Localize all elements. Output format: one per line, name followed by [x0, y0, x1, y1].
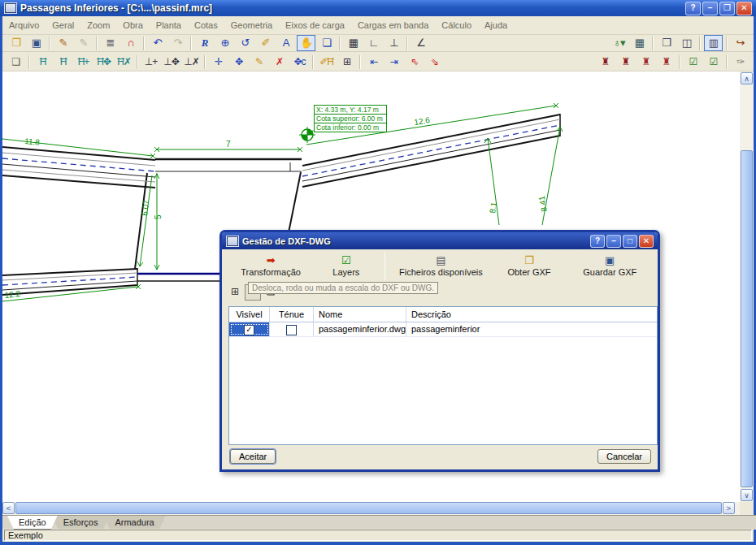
close-button[interactable]: ✕	[736, 2, 752, 15]
support-add-button[interactable]: ⊥+	[141, 54, 160, 70]
magnet-snap-button[interactable]: ∩	[121, 35, 140, 51]
menu-item-eixos-de-carga[interactable]: Eixos de carga	[279, 18, 351, 32]
load-case-3-button[interactable]: ♜	[637, 54, 655, 70]
view-3d-button[interactable]: ❑	[7, 54, 25, 70]
label-move-button[interactable]: ✥c	[290, 54, 309, 70]
minimize-button[interactable]: –	[702, 2, 718, 15]
tenue-checkbox-cell[interactable]	[270, 322, 314, 336]
menu-item-geral[interactable]: Geral	[46, 18, 80, 32]
cancel-button[interactable]: Cancelar	[597, 449, 651, 464]
scroll-left-button[interactable]: <	[2, 502, 15, 514]
section-delete-button[interactable]: Ħ✗	[115, 54, 133, 70]
dialog-minimize-button[interactable]: –	[606, 235, 621, 248]
table-row[interactable]: ✓passageminferior.dwgpassageminferior	[229, 322, 657, 337]
section-move-button[interactable]: Ħ✥	[94, 54, 113, 70]
menu-item-cargas-em-banda[interactable]: Cargas em banda	[351, 18, 435, 32]
redraw-button[interactable]: R	[195, 35, 214, 51]
get-gxf-button[interactable]: ❐ Obter GXF	[493, 253, 565, 277]
scroll-down-button[interactable]: ∨	[741, 489, 753, 501]
dialog-maximize-button[interactable]: □	[623, 235, 637, 248]
find-text-button[interactable]: A	[276, 35, 295, 51]
edit-resources-disabled-button[interactable]: ✎	[74, 35, 93, 51]
zoom-extents-button[interactable]: ⊕	[215, 35, 234, 51]
load-case-4-button[interactable]: ♜	[657, 54, 676, 70]
add-dxf-button[interactable]: ⊞	[227, 284, 243, 301]
menu-item-zoom[interactable]: Zoom	[80, 18, 116, 32]
tab-armadura[interactable]: Armadura	[103, 516, 165, 530]
dialog-close-button[interactable]: ✕	[639, 235, 654, 248]
menu-item-obra[interactable]: Obra	[116, 18, 149, 32]
transform-tab-button[interactable]: ➡ Transformação	[230, 253, 311, 277]
wizard-button[interactable]: ✑	[731, 54, 749, 70]
vertical-scroll-thumb[interactable]	[741, 150, 753, 487]
tab-esforcos[interactable]: Esforços	[52, 516, 110, 530]
zoom-window-button[interactable]: ❏	[317, 35, 336, 51]
toolbar-config-button[interactable]: ▥	[704, 35, 723, 51]
dialog-help-button[interactable]: ?	[590, 235, 605, 248]
print-button[interactable]: ❒	[657, 35, 676, 51]
section-end-button[interactable]: Ħ	[54, 54, 72, 70]
tab-edicao[interactable]: Edição	[7, 516, 58, 530]
point-add-button[interactable]: ✛	[209, 54, 228, 70]
section-start-button[interactable]: Ħ	[33, 54, 52, 70]
column-header-nome[interactable]: Nome	[314, 307, 406, 322]
help-button[interactable]: ?	[685, 2, 701, 15]
span-add-button[interactable]: ⊞	[337, 54, 356, 70]
save-file-button[interactable]: ▣	[27, 35, 46, 51]
calculator-button[interactable]: ▦	[630, 35, 649, 51]
visible-checkbox-cell[interactable]: ✓	[229, 322, 270, 336]
check-results-button[interactable]: ☑	[684, 54, 702, 70]
menu-item-calculo[interactable]: Cálculo	[435, 18, 478, 32]
pan-hand-button[interactable]: ✋	[297, 35, 315, 51]
align-bottom-button[interactable]: ⇘	[425, 54, 444, 70]
available-files-tab-button[interactable]: ▤ Ficheiros disponíveis	[389, 253, 493, 277]
align-right-button[interactable]: ⇥	[385, 54, 403, 70]
menu-item-ajuda[interactable]: Ajuda	[478, 18, 514, 32]
restore-button[interactable]: ❐	[719, 2, 735, 15]
window-detail-button[interactable]: ▦	[344, 35, 363, 51]
section-add-button[interactable]: Ħ+	[74, 54, 93, 70]
print-preview-button[interactable]: ◫	[677, 35, 696, 51]
accept-button[interactable]: Aceitar	[230, 449, 276, 464]
open-file-button[interactable]: ❐	[7, 35, 25, 51]
scroll-right-button[interactable]: >	[723, 502, 735, 514]
dimension-x-button[interactable]: ∟	[364, 35, 383, 51]
view-globe-button[interactable]: ♁▾	[610, 35, 628, 51]
undo-button[interactable]: ↶	[148, 35, 167, 51]
axes-config-button[interactable]: ∠	[411, 35, 430, 51]
tenue-checkbox[interactable]	[286, 325, 297, 335]
menu-item-planta[interactable]: Planta	[150, 18, 188, 32]
horizontal-scrollbar[interactable]: < >	[2, 502, 740, 515]
span-edit-button[interactable]: ✐Ħ	[317, 54, 336, 70]
load-case-2-button[interactable]: ♜	[616, 54, 635, 70]
exit-button[interactable]: ↪	[731, 35, 749, 51]
menu-item-geometria[interactable]: Geometria	[224, 18, 279, 32]
menu-item-arquivo[interactable]: Arquivo	[2, 18, 46, 32]
file-name-cell[interactable]: passageminferior.dwg	[314, 322, 406, 336]
dxf-templates-button[interactable]: ≣	[101, 35, 119, 51]
point-edit-button[interactable]: ✎	[250, 54, 268, 70]
point-delete-button[interactable]: ✗	[270, 54, 289, 70]
support-move-button[interactable]: ⊥✥	[162, 54, 180, 70]
menu-item-cotas[interactable]: Cotas	[188, 18, 224, 32]
point-move-button[interactable]: ✥	[229, 54, 248, 70]
layers-tab-button[interactable]: ☑ Layers	[311, 253, 380, 277]
redo-button[interactable]: ↷	[168, 35, 187, 51]
mark-zone-button[interactable]: ✐	[256, 35, 275, 51]
description-cell[interactable]: passageminferior	[406, 322, 657, 336]
zoom-previous-button[interactable]: ↺	[236, 35, 254, 51]
align-top-button[interactable]: ⇖	[405, 54, 424, 70]
horizontal-scroll-thumb[interactable]	[15, 502, 722, 514]
dimension-plain-button[interactable]: ⊥	[385, 35, 403, 51]
edit-resources-button[interactable]: ✎	[54, 35, 72, 51]
column-header-tenue[interactable]: Ténue	[270, 307, 314, 322]
column-header-visivel[interactable]: Visível	[229, 307, 270, 322]
load-case-1-button[interactable]: ♜	[596, 54, 615, 70]
scroll-up-button[interactable]: ∧	[741, 72, 753, 84]
check-report-button[interactable]: ☑	[704, 54, 723, 70]
align-left-button[interactable]: ⇤	[364, 54, 383, 70]
support-delete-button[interactable]: ⊥✗	[182, 54, 201, 70]
visible-checkbox[interactable]: ✓	[244, 325, 254, 335]
column-header-descricao[interactable]: Descrição	[406, 307, 657, 322]
save-gxf-button[interactable]: ▣ Guardar GXF	[566, 253, 654, 277]
